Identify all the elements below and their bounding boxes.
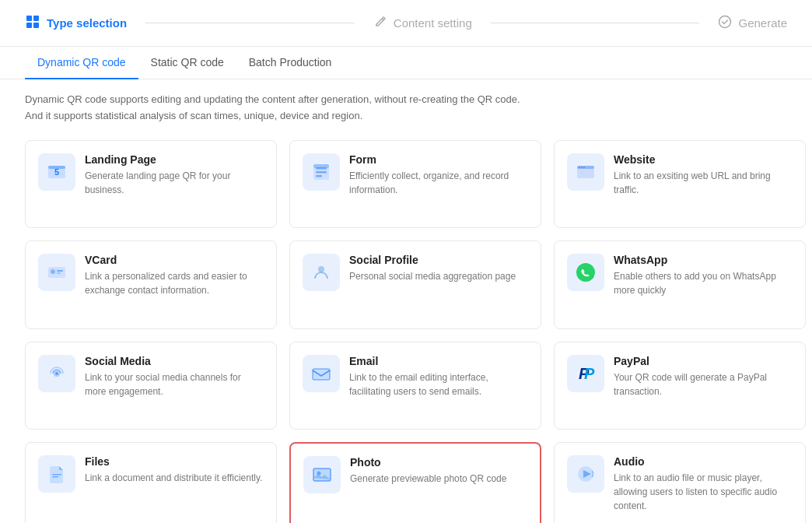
card-desc-vcard: Link a personalized cards and easier to … bbox=[85, 269, 264, 297]
svg-rect-1 bbox=[33, 16, 39, 21]
card-title-landing-page: Landing Page bbox=[85, 153, 264, 166]
nav-line-2 bbox=[491, 23, 700, 23]
card-text-photo: Photo Generate previewable photo QR code bbox=[350, 456, 506, 486]
nav-line-1 bbox=[145, 23, 355, 23]
card-desc-form: Efficiently collect, organize, and recor… bbox=[349, 169, 528, 197]
card-text-form: Form Efficiently collect, organize, and … bbox=[349, 153, 528, 197]
nav-step-generate-label: Generate bbox=[738, 16, 787, 30]
social-media-icon bbox=[38, 355, 75, 392]
email-icon bbox=[303, 355, 340, 392]
card-desc-photo: Generate previewable photo QR code bbox=[350, 472, 506, 486]
svg-rect-0 bbox=[26, 16, 32, 21]
card-text-vcard: VCard Link a personalized cards and easi… bbox=[85, 254, 264, 297]
svg-rect-30 bbox=[52, 474, 61, 476]
svg-point-17 bbox=[583, 167, 585, 168]
card-form[interactable]: Form Efficiently collect, organize, and … bbox=[289, 140, 541, 229]
card-desc-social-media: Link to your social media channels for m… bbox=[85, 370, 264, 398]
card-title-email: Email bbox=[349, 355, 528, 367]
svg-point-19 bbox=[51, 269, 55, 274]
card-title-whatsapp: WhatsApp bbox=[614, 254, 793, 266]
card-text-landing-page: Landing Page Generate landing page QR fo… bbox=[85, 153, 264, 197]
svg-point-16 bbox=[581, 167, 583, 168]
card-landing-page[interactable]: 5 Landing Page Generate landing page QR … bbox=[25, 140, 277, 229]
card-text-audio: Audio Link to an audio file or music pla… bbox=[614, 455, 793, 513]
svg-text:5: 5 bbox=[54, 167, 59, 177]
nav-step-content-label: Content setting bbox=[394, 16, 472, 30]
svg-rect-11 bbox=[316, 175, 322, 177]
card-text-social-media: Social Media Link to your social media c… bbox=[85, 355, 264, 398]
card-desc-social-profile: Personal social media aggregation page bbox=[349, 269, 516, 283]
card-desc-email: Link to the email editing interface, fac… bbox=[349, 370, 528, 398]
card-vcard[interactable]: VCard Link a personalized cards and easi… bbox=[25, 240, 277, 329]
card-title-form: Form bbox=[349, 153, 528, 166]
card-desc-paypal: Your QR code will generate a PayPal tran… bbox=[614, 370, 793, 398]
form-icon bbox=[303, 153, 340, 191]
card-desc-website: Link to an exsiting web URL and bring tr… bbox=[614, 169, 793, 197]
nav-step-type-selection[interactable]: Type selection bbox=[25, 14, 127, 32]
svg-rect-31 bbox=[52, 476, 58, 478]
svg-rect-3 bbox=[33, 23, 39, 28]
card-desc-audio: Link to an audio file or music player, a… bbox=[614, 471, 793, 513]
card-title-social-profile: Social Profile bbox=[349, 254, 516, 266]
card-title-files: Files bbox=[85, 455, 262, 468]
svg-rect-2 bbox=[26, 23, 32, 28]
card-text-paypal: PayPal Your QR code will generate a PayP… bbox=[614, 355, 793, 398]
card-desc-files: Link a document and distribute it effici… bbox=[85, 471, 262, 485]
card-title-vcard: VCard bbox=[85, 254, 264, 266]
svg-point-22 bbox=[318, 266, 324, 272]
nav-step-generate[interactable]: Generate bbox=[718, 15, 787, 31]
card-social-profile[interactable]: Social Profile Personal social media agg… bbox=[289, 240, 541, 329]
description-line2: And it supports statistical analysis of … bbox=[25, 108, 787, 125]
card-email[interactable]: Email Link to the email editing interfac… bbox=[289, 342, 541, 430]
card-desc-whatsapp: Enable others to add you on WhatsApp mor… bbox=[614, 269, 793, 297]
card-audio[interactable]: Audio Link to an audio file or music pla… bbox=[554, 442, 806, 523]
card-title-audio: Audio bbox=[614, 455, 793, 468]
card-whatsapp[interactable]: WhatsApp Enable others to add you on Wha… bbox=[554, 240, 806, 329]
card-text-files: Files Link a document and distribute it … bbox=[85, 455, 262, 485]
card-title-photo: Photo bbox=[350, 456, 506, 469]
audio-icon bbox=[567, 455, 604, 493]
tabs-bar: Dynamic QR code Static QR code Batch Pro… bbox=[0, 47, 812, 79]
svg-rect-10 bbox=[316, 171, 327, 174]
check-circle-icon bbox=[718, 15, 732, 31]
card-photo[interactable]: Photo Generate previewable photo QR code bbox=[289, 442, 541, 523]
svg-point-25 bbox=[56, 372, 58, 374]
card-title-social-media: Social Media bbox=[85, 355, 264, 367]
description-block: Dynamic QR code supports editing and upd… bbox=[0, 79, 812, 131]
top-navigation: Type selection Content setting Generate bbox=[0, 0, 812, 47]
website-icon bbox=[567, 153, 604, 191]
nav-step-type-label: Type selection bbox=[47, 16, 127, 30]
nav-step-content-setting[interactable]: Content setting bbox=[373, 15, 472, 31]
tab-dynamic-qr[interactable]: Dynamic QR code bbox=[25, 47, 138, 79]
edit-icon bbox=[373, 15, 387, 31]
grid-icon bbox=[25, 14, 40, 32]
svg-point-15 bbox=[579, 167, 580, 168]
svg-rect-21 bbox=[57, 272, 61, 274]
files-icon bbox=[38, 455, 75, 493]
card-grid: 5 Landing Page Generate landing page QR … bbox=[0, 131, 812, 523]
card-title-paypal: PayPal bbox=[614, 355, 793, 367]
card-title-website: Website bbox=[614, 153, 793, 166]
card-desc-landing-page: Generate landing page QR for your busine… bbox=[85, 169, 264, 197]
photo-icon bbox=[303, 456, 341, 493]
svg-point-4 bbox=[719, 16, 731, 28]
tab-batch-production[interactable]: Batch Production bbox=[236, 47, 345, 79]
card-text-whatsapp: WhatsApp Enable others to add you on Wha… bbox=[614, 254, 793, 297]
card-paypal[interactable]: P P PayPal Your QR code will generate a … bbox=[554, 342, 806, 430]
paypal-icon: P P bbox=[567, 355, 604, 392]
whatsapp-icon bbox=[567, 254, 604, 291]
card-text-website: Website Link to an exsiting web URL and … bbox=[614, 153, 793, 197]
card-text-social-profile: Social Profile Personal social media agg… bbox=[349, 254, 516, 283]
vcard-icon bbox=[38, 254, 75, 291]
svg-rect-26 bbox=[313, 369, 330, 380]
svg-rect-20 bbox=[57, 270, 63, 272]
card-social-media[interactable]: Social Media Link to your social media c… bbox=[25, 342, 277, 430]
landing-icon: 5 bbox=[38, 153, 75, 191]
social-profile-icon bbox=[303, 254, 340, 291]
tab-static-qr[interactable]: Static QR code bbox=[138, 47, 236, 79]
card-website[interactable]: Website Link to an exsiting web URL and … bbox=[554, 140, 806, 229]
card-files[interactable]: Files Link a document and distribute it … bbox=[25, 442, 277, 523]
svg-rect-12 bbox=[313, 164, 329, 168]
svg-text:P: P bbox=[584, 365, 595, 382]
description-line1: Dynamic QR code supports editing and upd… bbox=[25, 92, 787, 108]
